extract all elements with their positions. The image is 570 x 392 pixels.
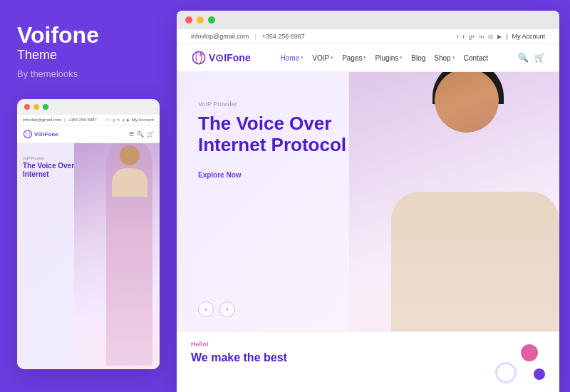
site-logo-text: V⊙IFone xyxy=(209,52,251,63)
svg-point-2 xyxy=(192,51,204,63)
dot-green xyxy=(43,104,48,110)
site-hero: VoIP Provider The Voice Over Internet Pr… xyxy=(177,72,559,331)
website: infovlop@gmail.com | +354 256 6987 f t g… xyxy=(177,29,559,392)
hero-body xyxy=(391,192,559,331)
carousel-arrows: ‹ › xyxy=(198,301,235,317)
mini-browser-bar xyxy=(17,99,160,115)
twitter-icon[interactable]: t xyxy=(463,33,465,40)
hero-person-visual xyxy=(349,72,559,331)
mini-hero: VoIP Provider The Voice Over Internet xyxy=(17,143,160,369)
nav-pages-arrow: ▾ xyxy=(363,55,366,61)
site-logo-svg xyxy=(191,50,207,66)
hero-title: The Voice Over Internet Protocol xyxy=(198,113,376,156)
left-panel: Voifone Theme By themelooks infovlop@gma… xyxy=(0,0,177,392)
site-topbar: infovlop@gmail.com | +354 256 6987 f t g… xyxy=(177,29,559,44)
nav-plugins[interactable]: Plugins ▾ xyxy=(375,54,403,62)
linkedin-icon[interactable]: in xyxy=(480,33,484,40)
mini-person-head xyxy=(120,145,140,165)
mini-linkedin-icon: in xyxy=(117,118,120,122)
nav-contact-label: Contact xyxy=(464,54,488,62)
nav-home-arrow: ▾ xyxy=(301,55,304,61)
my-account-link[interactable]: My Account xyxy=(512,33,545,40)
site-nav-icons: 🔍 🛒 xyxy=(518,53,545,63)
brand-subtitle: Theme xyxy=(17,48,160,63)
mini-cart-icon: 🛒 xyxy=(147,131,154,138)
circle-purple xyxy=(534,368,545,380)
nav-voip-arrow: ▾ xyxy=(331,55,333,61)
bottom-title: We make the best xyxy=(191,351,474,364)
mini-topbar: infovlop@gmail.com | +354 256 6987 f t g… xyxy=(17,115,160,125)
browser-dot-green[interactable] xyxy=(208,16,215,24)
hero-label: VoIP Provider xyxy=(198,100,376,108)
site-search-icon[interactable]: 🔍 xyxy=(518,53,529,63)
mini-logo: V⊙IFone xyxy=(23,129,58,139)
site-topbar-left: infovlop@gmail.com | +354 256 6987 xyxy=(191,33,305,40)
mini-topbar-left: infovlop@gmail.com | +354 256 6987 xyxy=(23,118,97,122)
mini-navbar: V⊙IFone ☰ 🔍 🛒 xyxy=(17,125,160,143)
nav-home-label: Home xyxy=(281,54,300,62)
mini-hero-title: The Voice Over Internet xyxy=(23,162,80,179)
nav-shop-label: Shop xyxy=(434,54,450,62)
dot-yellow xyxy=(33,104,39,110)
right-panel: infovlop@gmail.com | +354 256 6987 f t g… xyxy=(177,11,559,392)
mini-person-body xyxy=(112,168,147,197)
site-divider: | xyxy=(254,33,256,40)
mini-logo-text: V⊙IFone xyxy=(34,131,58,138)
site-nav: Home ▾ VOIP ▾ Pages ▾ Plugins ▾ Blog xyxy=(281,54,489,62)
nav-pages[interactable]: Pages ▾ xyxy=(342,54,366,62)
mini-instagram-icon: ◎ xyxy=(122,118,125,122)
dot-red xyxy=(24,104,30,110)
carousel-next-button[interactable]: › xyxy=(219,301,235,317)
site-bottom: Hello! We make the best xyxy=(177,331,559,392)
bottom-hello: Hello! xyxy=(191,341,474,348)
gplus-icon[interactable]: g+ xyxy=(469,33,475,40)
nav-plugins-label: Plugins xyxy=(375,54,398,62)
nav-voip-label: VOIP xyxy=(312,54,329,62)
mini-browser: infovlop@gmail.com | +354 256 6987 f t g… xyxy=(17,99,160,369)
mini-gplus-icon: g xyxy=(113,118,115,122)
mini-logo-svg xyxy=(23,129,33,139)
facebook-icon[interactable]: f xyxy=(457,33,458,40)
instagram-icon[interactable]: ◎ xyxy=(488,33,493,40)
nav-voip[interactable]: VOIP ▾ xyxy=(312,54,333,62)
browser-bar xyxy=(177,11,559,29)
browser-dot-yellow[interactable] xyxy=(197,16,204,24)
mini-hero-image xyxy=(74,143,160,369)
svg-point-0 xyxy=(24,130,31,138)
nav-blog[interactable]: Blog xyxy=(411,54,425,62)
mini-facebook-icon: f xyxy=(107,118,108,122)
circle-outline xyxy=(495,362,517,383)
site-logo: V⊙IFone xyxy=(191,50,251,66)
nav-home[interactable]: Home ▾ xyxy=(281,54,304,62)
nav-plugins-arrow: ▾ xyxy=(400,55,403,61)
youtube-icon[interactable]: ▶ xyxy=(497,33,502,40)
nav-shop-arrow: ▾ xyxy=(452,55,455,61)
mini-divider: | xyxy=(64,118,66,122)
nav-pages-label: Pages xyxy=(342,54,362,62)
bottom-text-section: Hello! We make the best xyxy=(191,341,474,364)
carousel-prev-button[interactable]: ‹ xyxy=(198,301,214,317)
svg-point-4 xyxy=(200,53,203,57)
site-divider2: | xyxy=(506,33,507,40)
hero-content: VoIP Provider The Voice Over Internet Pr… xyxy=(198,100,376,180)
mini-youtube-icon: ▶ xyxy=(127,118,130,122)
site-cart-icon[interactable]: 🛒 xyxy=(534,53,545,63)
brand-author: By themelooks xyxy=(17,68,160,79)
nav-contact[interactable]: Contact xyxy=(464,54,488,62)
nav-blog-label: Blog xyxy=(411,54,425,62)
site-email: infovlop@gmail.com xyxy=(191,33,249,40)
browser-dot-red[interactable] xyxy=(185,16,192,24)
mini-social-icons: f t g in ◎ ▶ My Account xyxy=(107,118,154,122)
nav-shop[interactable]: Shop ▾ xyxy=(434,54,455,62)
site-topbar-right: f t g+ in ◎ ▶ | My Account xyxy=(457,33,545,40)
hero-cta-button[interactable]: Explore Now xyxy=(198,171,242,179)
mini-nav-icons: ☰ 🔍 🛒 xyxy=(129,131,154,138)
hero-head xyxy=(435,72,499,133)
mini-menu-icon: ☰ xyxy=(129,131,134,138)
site-navbar: V⊙IFone Home ▾ VOIP ▾ Pages ▾ Plugins ▾ xyxy=(177,44,559,72)
svg-point-1 xyxy=(26,130,30,138)
hero-person-img xyxy=(349,72,559,331)
mini-search-icon: 🔍 xyxy=(137,131,144,138)
mini-hero-label: VoIP Provider xyxy=(23,156,80,160)
brand-title: Voifone xyxy=(17,23,160,48)
